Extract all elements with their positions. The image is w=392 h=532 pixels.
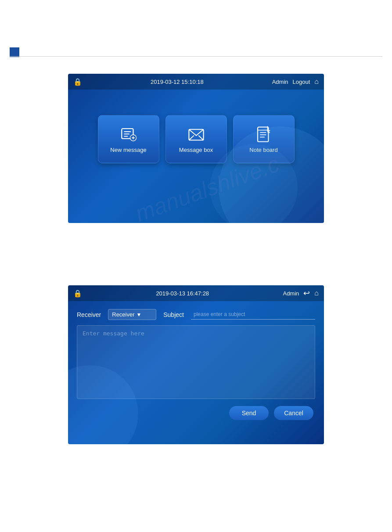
note-board-button[interactable]: Note board xyxy=(233,115,295,163)
lock-icon-2: 🔒 xyxy=(73,289,82,298)
screen1-datetime: 2019-03-12 15:10:18 xyxy=(82,79,272,85)
note-board-icon xyxy=(255,126,273,144)
lock-icon: 🔒 xyxy=(73,78,82,86)
screen1-topbar: 🔒 2019-03-12 15:10:18 Admin Logout ⌂ xyxy=(68,74,324,90)
message-box-icon xyxy=(187,126,205,144)
home-icon-2[interactable]: ⌂ xyxy=(314,289,319,297)
home-icon[interactable]: ⌂ xyxy=(314,78,319,86)
message-box-button[interactable]: Message box xyxy=(165,115,227,163)
screen2-container: 🔒 2019-03-13 16:47:28 Admin ↩ ⌂ Receiver… xyxy=(68,285,324,444)
screen2-datetime: 2019-03-13 16:47:28 xyxy=(82,290,283,297)
subject-label: Subject xyxy=(163,311,184,318)
receiver-label: Receiver xyxy=(77,311,101,318)
svg-line-8 xyxy=(189,135,194,140)
subject-input[interactable] xyxy=(191,309,315,320)
receiver-dropdown[interactable]: Receiver ▼ xyxy=(108,309,156,320)
chevron-down-icon: ▼ xyxy=(137,312,153,318)
receiver-selected-value: Receiver xyxy=(112,311,134,318)
receiver-subject-row: Receiver Receiver ▼ Subject xyxy=(77,309,315,320)
compose-form: Receiver Receiver ▼ Subject Send Cancel xyxy=(68,301,324,427)
action-buttons-row: Send Cancel xyxy=(77,406,315,420)
svg-line-9 xyxy=(198,135,203,140)
new-message-icon xyxy=(119,126,138,144)
send-button[interactable]: Send xyxy=(229,406,269,420)
screen2-admin-label: Admin xyxy=(283,290,299,297)
screen2-topbar: 🔒 2019-03-13 16:47:28 Admin ↩ ⌂ xyxy=(68,285,324,301)
new-message-button[interactable]: New message xyxy=(98,115,159,163)
menu-row: New message Message box xyxy=(68,115,324,163)
message-box-label: Message box xyxy=(179,147,213,153)
screen1-container: 🔒 2019-03-12 15:10:18 Admin Logout ⌂ New… xyxy=(68,74,324,223)
back-button[interactable]: ↩ xyxy=(303,288,310,298)
note-board-label: Note board xyxy=(249,147,277,153)
cancel-button[interactable]: Cancel xyxy=(274,406,313,420)
message-textarea[interactable] xyxy=(77,325,315,399)
section-indicator xyxy=(10,47,19,57)
screen1-admin-label: Admin xyxy=(272,79,288,85)
new-message-label: New message xyxy=(110,147,146,153)
logout-button[interactable]: Logout xyxy=(293,79,310,85)
top-divider xyxy=(10,56,382,57)
